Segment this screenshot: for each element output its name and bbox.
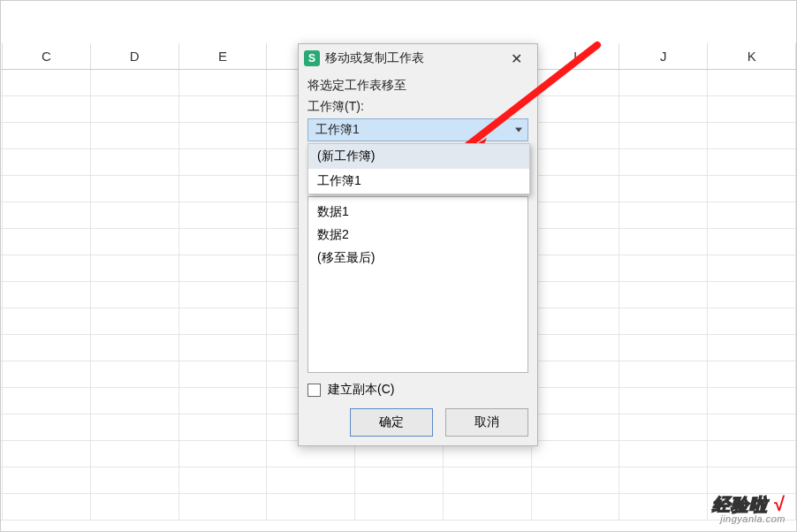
col-header[interactable]: J xyxy=(619,43,708,69)
close-icon: ✕ xyxy=(511,50,522,67)
list-item[interactable]: 数据2 xyxy=(308,224,528,247)
dropdown-item-workbook1[interactable]: 工作簿1 xyxy=(308,169,529,194)
cancel-button[interactable]: 取消 xyxy=(445,408,528,437)
ok-button[interactable]: 确定 xyxy=(350,408,433,437)
watermark-url: jingyanla.com xyxy=(712,514,786,524)
checkbox-icon xyxy=(307,384,321,397)
grid-row[interactable] xyxy=(1,467,796,494)
grid-row[interactable] xyxy=(1,494,796,521)
watermark-text: 经验啦 xyxy=(712,495,768,514)
close-button[interactable]: ✕ xyxy=(498,47,534,70)
workbook-dropdown-list[interactable]: (新工作簿) 工作簿1 xyxy=(307,143,530,194)
sheet-position-listbox[interactable]: 数据1 数据2 (移至最后) xyxy=(307,196,528,373)
list-item[interactable]: 数据1 xyxy=(308,201,528,224)
dialog-title: 移动或复制工作表 xyxy=(325,50,498,66)
watermark: 经验啦 √ jingyanla.com xyxy=(712,495,786,524)
workbook-combobox[interactable]: 工作簿1 xyxy=(307,118,528,141)
app-icon: S xyxy=(304,50,320,66)
dialog-buttons: 确定 取消 xyxy=(307,408,528,437)
move-copy-sheet-dialog: S 移动或复制工作表 ✕ 将选定工作表移至 工作簿(T): 工作簿1 数据1 数… xyxy=(298,43,538,446)
dialog-titlebar[interactable]: S 移动或复制工作表 ✕ xyxy=(299,44,537,72)
col-header[interactable]: E xyxy=(179,43,268,69)
check-icon: √ xyxy=(774,493,786,515)
col-header[interactable]: K xyxy=(708,43,796,69)
create-copy-checkbox[interactable]: 建立副本(C) xyxy=(307,382,528,398)
list-item[interactable]: (移至最后) xyxy=(308,247,528,270)
col-header[interactable]: I xyxy=(532,43,620,69)
move-to-label: 将选定工作表移至 xyxy=(307,78,528,94)
col-header[interactable]: D xyxy=(91,43,179,69)
chevron-down-icon xyxy=(515,128,522,133)
dropdown-item-new-workbook[interactable]: (新工作簿) xyxy=(308,144,529,169)
combo-value: 工作簿1 xyxy=(315,122,360,138)
checkbox-label: 建立副本(C) xyxy=(328,382,394,398)
workbook-label: 工作簿(T): xyxy=(307,99,528,115)
dialog-body: 将选定工作表移至 工作簿(T): 工作簿1 数据1 数据2 (移至最后) 建立副… xyxy=(299,72,537,445)
col-header[interactable]: C xyxy=(3,43,91,69)
